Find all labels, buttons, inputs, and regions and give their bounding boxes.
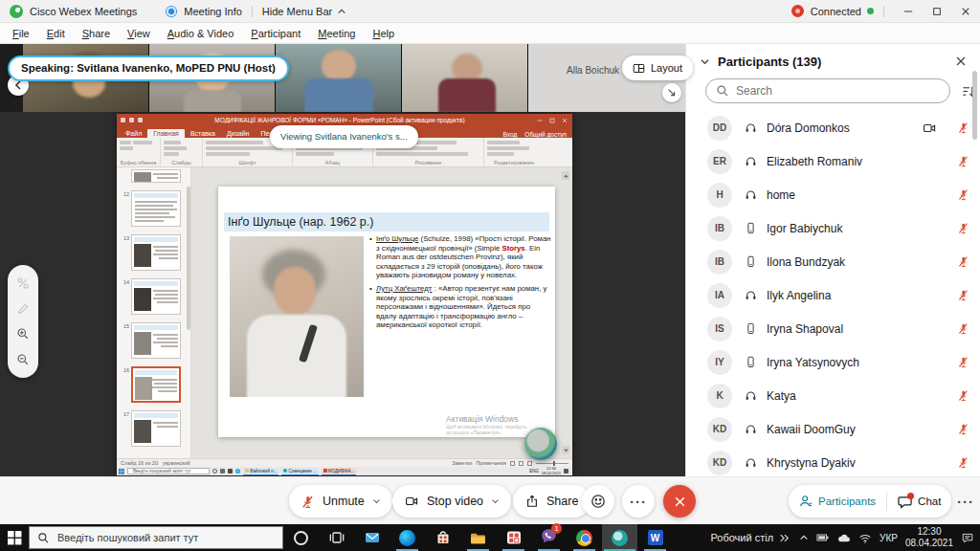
mic-muted-icon[interactable] xyxy=(957,456,969,469)
mic-muted-icon[interactable] xyxy=(957,222,969,234)
taskbar-search[interactable] xyxy=(29,526,283,549)
shared-taskbar-search[interactable]: Введіть пошуковий запит тут xyxy=(127,468,210,474)
participants-toggle-button[interactable]: Participants xyxy=(789,495,886,508)
scroll-down-icon[interactable] xyxy=(562,446,569,454)
file-explorer-button[interactable] xyxy=(460,524,496,551)
desktop-toolbar[interactable]: Робочий стіл xyxy=(710,532,790,543)
more-panels-button[interactable]: ··· xyxy=(957,485,974,518)
gift-app-button[interactable] xyxy=(496,524,531,551)
cortana-icon[interactable] xyxy=(212,469,217,474)
ppt-notes-button[interactable]: Заметки xyxy=(452,460,472,466)
shared-taskbar-app[interactable]: Файловий п... xyxy=(243,468,278,475)
zoom-out-icon[interactable] xyxy=(16,353,30,366)
wifi-icon[interactable] xyxy=(858,532,872,543)
menu-audio-video[interactable]: Audio & Video xyxy=(159,23,243,44)
minimize-button[interactable] xyxy=(894,0,923,23)
shared-action-center-icon[interactable] xyxy=(564,469,568,474)
word-app-button[interactable]: W xyxy=(637,524,673,551)
chat-toggle-button[interactable]: Chat xyxy=(887,495,951,509)
scroll-up-icon[interactable] xyxy=(562,171,569,180)
thumbnail-scrollbar[interactable] xyxy=(187,187,190,330)
stop-video-button[interactable]: Stop video xyxy=(392,485,511,518)
battery-icon[interactable] xyxy=(816,532,830,543)
ppt-maximize-icon[interactable] xyxy=(549,118,555,123)
store-app-button[interactable] xyxy=(425,524,460,551)
maximize-button[interactable] xyxy=(923,0,951,23)
participant-row[interactable]: H home xyxy=(686,178,980,211)
mic-muted-icon[interactable] xyxy=(957,121,969,134)
chevron-down-icon[interactable] xyxy=(700,57,710,66)
mic-muted-icon[interactable] xyxy=(957,155,969,167)
participant-row[interactable]: IS Iryna Shapoval xyxy=(686,312,980,345)
participants-search[interactable] xyxy=(705,78,950,103)
chrome-app-button[interactable] xyxy=(567,524,602,551)
mic-muted-icon[interactable] xyxy=(957,423,969,435)
expand-videos-button[interactable] xyxy=(662,83,681,102)
zoom-ratio-icon[interactable] xyxy=(16,276,30,290)
slide-thumbnail[interactable] xyxy=(131,169,181,183)
taskview-icon[interactable] xyxy=(220,469,225,474)
view-normal-icon[interactable] xyxy=(510,461,515,466)
slide-thumbnail-current[interactable] xyxy=(131,366,181,403)
reactions-button[interactable] xyxy=(582,485,614,518)
hide-menu-bar-button[interactable]: Hide Menu Bar xyxy=(262,6,332,17)
shared-taskbar-app[interactable]: Совещание ... xyxy=(281,468,318,475)
action-center-icon[interactable] xyxy=(961,532,974,543)
participant-row[interactable]: DD Dóra Domonkos xyxy=(686,111,980,144)
ppt-signin-label[interactable]: Вход xyxy=(503,131,518,138)
menu-edit[interactable]: Edit xyxy=(38,23,74,44)
ppt-share-label[interactable]: Общий доступ xyxy=(524,131,567,138)
ppt-language[interactable]: украинский xyxy=(163,460,190,466)
participant-row[interactable]: KD Khrystyna Dyakiv xyxy=(686,446,980,476)
taskbar-search-input[interactable] xyxy=(57,532,275,543)
viber-app-button[interactable]: 1 xyxy=(531,524,567,551)
participant-row[interactable]: IA Ilyk Angelina xyxy=(686,278,980,312)
webex-app-button[interactable] xyxy=(602,524,637,551)
participant-row[interactable]: KD Kawaii DoomGuy xyxy=(686,412,980,446)
camera-icon[interactable] xyxy=(922,121,937,135)
participant-row[interactable]: IY Iryna Yatsynovych xyxy=(686,345,980,379)
slide-thumbnail[interactable] xyxy=(131,190,181,227)
annotate-icon[interactable] xyxy=(16,302,30,316)
menu-share[interactable]: Share xyxy=(74,23,119,44)
shared-taskbar-clock[interactable]: 12:30 08.04.2021 xyxy=(542,467,561,475)
participant-row[interactable]: IB Ilona Bundzyak xyxy=(686,245,980,278)
view-slideshow-icon[interactable] xyxy=(527,461,532,466)
slide-thumbnail[interactable] xyxy=(131,322,181,359)
ppt-tab-insert[interactable]: Вставка xyxy=(185,129,221,138)
search-input[interactable] xyxy=(736,84,940,98)
more-options-button[interactable]: ··· xyxy=(622,485,655,518)
participant-row[interactable]: ER Elizabeth Romaniv xyxy=(686,144,980,178)
share-button[interactable]: Share xyxy=(513,485,590,518)
mic-muted-icon[interactable] xyxy=(957,255,969,268)
show-hidden-icons[interactable] xyxy=(799,532,809,543)
view-sorter-icon[interactable] xyxy=(519,461,523,466)
slide-thumbnail[interactable] xyxy=(131,234,181,271)
participant-row[interactable]: K Katya xyxy=(686,379,980,412)
slide-thumbnail[interactable] xyxy=(131,410,181,447)
panel-scrollbar[interactable] xyxy=(972,71,977,140)
close-button[interactable] xyxy=(951,0,980,23)
mic-muted-icon[interactable] xyxy=(957,188,969,201)
store-icon[interactable] xyxy=(228,469,233,474)
mail-app-button[interactable] xyxy=(354,524,390,551)
ppt-minimize-icon[interactable] xyxy=(537,118,543,123)
mic-muted-icon[interactable] xyxy=(957,356,969,368)
edge-icon[interactable] xyxy=(235,469,240,474)
slide-thumbnail[interactable] xyxy=(131,278,181,315)
mic-muted-icon[interactable] xyxy=(957,389,969,402)
ppt-close-icon[interactable] xyxy=(562,118,568,123)
video-thumbnail[interactable] xyxy=(276,44,402,112)
zoom-in-icon[interactable] xyxy=(16,327,30,341)
mic-muted-icon[interactable] xyxy=(957,322,969,335)
meeting-info-label[interactable]: Meeting Info xyxy=(184,6,242,17)
language-indicator[interactable]: УКР xyxy=(880,533,898,543)
start-button[interactable] xyxy=(0,524,29,551)
leave-meeting-button[interactable] xyxy=(663,485,696,518)
task-view-button[interactable] xyxy=(319,524,354,551)
slide-scrollbar[interactable] xyxy=(562,171,569,454)
ppt-tab-home[interactable]: Главная xyxy=(147,129,185,138)
shared-taskbar-app-active[interactable]: МОДИФІКА... xyxy=(322,468,356,475)
menu-view[interactable]: View xyxy=(119,23,159,44)
start-icon[interactable] xyxy=(119,469,124,474)
